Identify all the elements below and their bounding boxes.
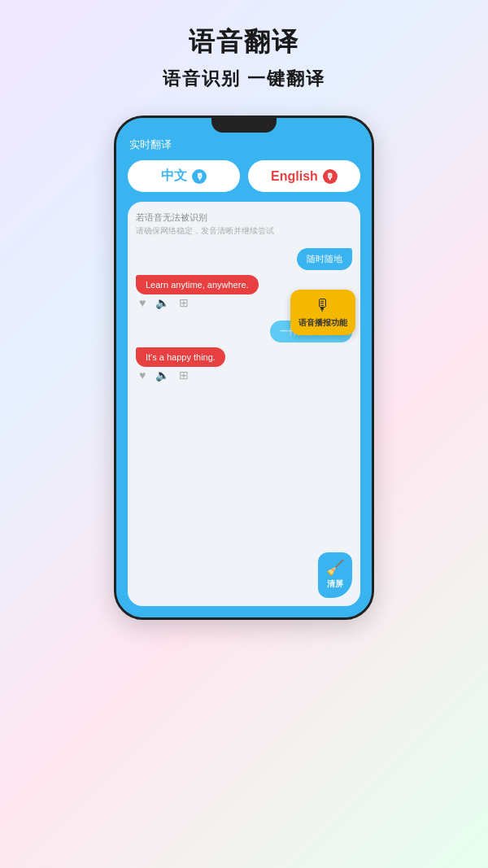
broom-icon: 🧹: [326, 559, 344, 577]
phone-notch: [211, 118, 277, 133]
lang-zh-label: 中文: [161, 168, 187, 185]
copy-icon-2[interactable]: ⊞: [179, 369, 189, 382]
voice-tooltip: 🎙 语音播报功能: [290, 290, 355, 335]
speaker-icon-2[interactable]: 🔈: [155, 369, 169, 382]
heart-icon-1[interactable]: ♥: [139, 296, 146, 309]
page-subtitle: 语音识别 一键翻译: [163, 67, 325, 91]
error-message-main: 若语音无法被识别: [136, 212, 352, 224]
copy-icon-1[interactable]: ⊞: [179, 296, 189, 309]
tooltip-label: 语音播报功能: [298, 317, 347, 329]
mic-icon-zh: 🎙: [192, 169, 207, 184]
clean-screen-button[interactable]: 🧹 清屏: [318, 552, 352, 598]
bubble-left-1: Learn anytime, anywhere.: [136, 275, 259, 294]
action-icons-2: ♥ 🔈 ⊞: [139, 369, 189, 382]
lang-en-label: English: [271, 169, 318, 184]
lang-buttons-row: 中文 🎙 English 🎙: [128, 160, 360, 192]
message-group-2-translation: It's a happy thing. ♥ 🔈 ⊞: [136, 347, 352, 390]
chat-area: 若语音无法被识别 请确保网络稳定，发音清晰并继续尝试 随时随地 Learn an…: [128, 202, 360, 606]
phone-frame: 实时翻译 中文 🎙 English 🎙 若语音无法被识别 请确保网络稳定，发音清…: [114, 116, 374, 620]
mic-icon-en: 🎙: [323, 169, 338, 184]
lang-button-zh[interactable]: 中文 🎙: [128, 160, 240, 192]
bubble-right-1: 随时随地: [297, 248, 352, 270]
bubble-left-2: It's a happy thing.: [136, 347, 225, 367]
app-header-title: 实时翻译: [128, 137, 360, 152]
tooltip-mic-icon: 🎙: [315, 296, 331, 315]
clean-label: 清屏: [327, 578, 343, 590]
speaker-icon-1[interactable]: 🔈: [155, 296, 169, 309]
message-group-1: 随时随地: [136, 248, 352, 272]
error-message-sub: 请确保网络稳定，发音清晰并继续尝试: [136, 225, 352, 237]
action-icons-1: ♥ 🔈 ⊞: [139, 296, 189, 309]
lang-button-en[interactable]: English 🎙: [248, 160, 360, 192]
page-title: 语音翻译: [189, 24, 299, 60]
heart-icon-2[interactable]: ♥: [139, 369, 146, 382]
